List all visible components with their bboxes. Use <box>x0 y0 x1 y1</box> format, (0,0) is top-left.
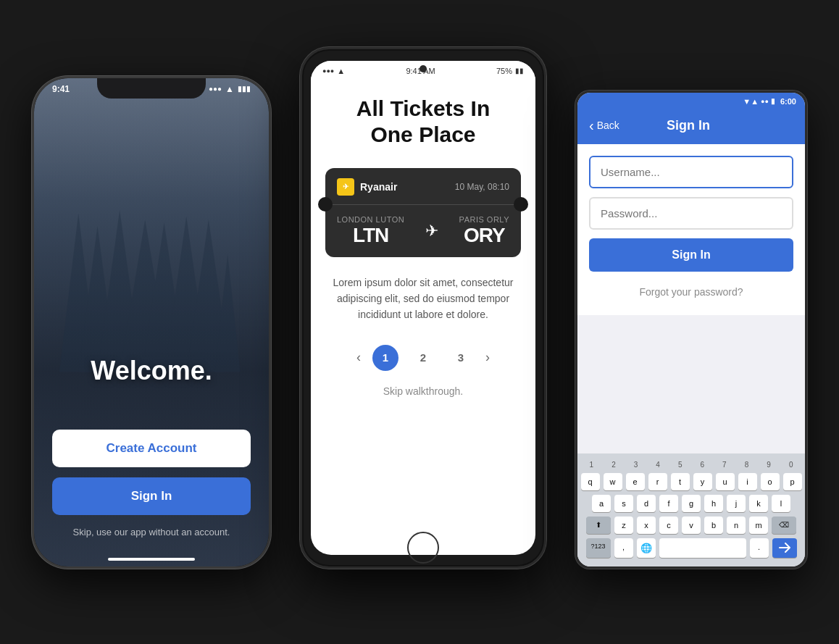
backspace-key[interactable]: ⌫ <box>772 517 796 534</box>
skip-text-phone1[interactable]: Skip, use our app without an account. <box>52 527 251 538</box>
key-p[interactable]: p <box>783 473 802 490</box>
signal-icon: ●●● <box>209 85 222 93</box>
create-account-button[interactable]: Create Account <box>52 430 251 467</box>
phone3-device: ▼▲ ●● ▮ 6:00 ‹ Back Sign In Sign I <box>575 91 807 569</box>
page-1-button[interactable]: 1 <box>372 345 398 371</box>
keyboard-row-bottom: ?123 , 🌐 . <box>580 538 802 558</box>
airline-logo: ✈ <box>337 178 354 196</box>
key-u[interactable]: u <box>716 473 735 490</box>
next-page-button[interactable]: › <box>485 350 490 365</box>
key-m[interactable]: m <box>749 517 768 534</box>
back-label: Back <box>597 120 619 131</box>
battery-icon-p3: ▮ <box>771 97 775 105</box>
home-button[interactable] <box>407 532 439 564</box>
key-t[interactable]: t <box>671 473 690 490</box>
home-indicator <box>108 558 195 561</box>
airline-info: ✈ Ryanair <box>337 178 397 196</box>
number-row: 1 2 3 4 5 6 7 8 9 0 <box>580 459 802 470</box>
phone3-app-header: ‹ Back Sign In <box>577 110 805 144</box>
forgot-password-link[interactable]: Forgot your password? <box>589 280 793 304</box>
wifi-icon-p2: ▲ <box>337 67 345 75</box>
keyboard-row-2: a s d f g h j k l <box>580 495 802 512</box>
battery-icon-p2: ▮▮ <box>515 67 524 75</box>
battery-icon: ▮▮▮ <box>238 85 251 93</box>
page-2-button[interactable]: 2 <box>410 345 436 371</box>
comma-key[interactable]: , <box>614 538 633 558</box>
key-c[interactable]: c <box>659 517 678 534</box>
skip-walkthrough[interactable]: Skip walkthrough. <box>325 385 521 397</box>
period-key[interactable]: . <box>750 538 769 558</box>
key-r[interactable]: r <box>648 473 667 490</box>
phone2-battery-area: 75% ▮▮ <box>496 67 524 75</box>
phones-container: 9:41 ●●● ▲ ▮▮▮ Welcome. Create Account S… <box>10 54 829 590</box>
pagination: ‹ 1 2 3 › <box>325 345 521 371</box>
ticket-divider <box>325 204 521 205</box>
key-z[interactable]: z <box>614 517 633 534</box>
key-s[interactable]: s <box>614 495 633 512</box>
key-d[interactable]: d <box>637 495 656 512</box>
phone2-battery-pct: 75% <box>496 67 512 75</box>
key-f[interactable]: f <box>659 495 678 512</box>
ticket-route: LONDON LUTON LTN ✈ PARIS ORLY ORY <box>337 215 509 247</box>
prev-page-button[interactable]: ‹ <box>356 350 361 365</box>
key-a[interactable]: a <box>592 495 611 512</box>
keyboard-row-1: q w e r t y u i o p <box>580 473 802 490</box>
signal-icon-p3: ●● <box>761 98 769 105</box>
sign-in-form: Sign In Forgot your password? <box>577 144 805 315</box>
globe-key[interactable]: 🌐 <box>637 538 656 558</box>
password-input[interactable] <box>589 197 793 230</box>
key-v[interactable]: v <box>682 517 701 534</box>
time-p3: 6:00 <box>780 97 796 106</box>
phone1-device: 9:41 ●●● ▲ ▮▮▮ Welcome. Create Account S… <box>32 76 271 569</box>
phone3-status-icons: ▼▲ ●● ▮ 6:00 <box>743 97 796 106</box>
key-j[interactable]: j <box>727 495 746 512</box>
phone2-screen: ●●● ▲ 9:41 AM 75% ▮▮ All Tickets In One … <box>311 61 535 555</box>
wifi-icon: ▲ <box>225 84 234 94</box>
key-q[interactable]: q <box>581 473 600 490</box>
virtual-keyboard: 1 2 3 4 5 6 7 8 9 0 q w e r t <box>577 453 805 566</box>
origin-city: LONDON LUTON LTN <box>337 215 404 247</box>
key-h[interactable]: h <box>704 495 723 512</box>
key-b[interactable]: b <box>704 517 723 534</box>
shift-key[interactable]: ⬆ <box>586 517 611 534</box>
sign-in-button-phone3[interactable]: Sign In <box>589 238 793 272</box>
key-n[interactable]: n <box>727 517 746 534</box>
key-i[interactable]: i <box>738 473 757 490</box>
signal-bars: ●●● <box>322 67 334 75</box>
welcome-text: Welcome. <box>52 356 251 386</box>
back-chevron-icon: ‹ <box>589 117 594 134</box>
sign-in-title: Sign In <box>667 118 710 133</box>
phone1-status-bar: 9:41 ●●● ▲ ▮▮▮ <box>34 84 269 94</box>
key-l[interactable]: l <box>772 495 790 512</box>
plane-icon: ✈ <box>425 222 438 241</box>
key-x[interactable]: x <box>637 517 656 534</box>
page-3-button[interactable]: 3 <box>448 345 474 371</box>
phone2-device: ●●● ▲ 9:41 AM 75% ▮▮ All Tickets In One … <box>300 47 546 569</box>
back-button[interactable]: ‹ Back <box>589 117 619 134</box>
phone1-time: 9:41 <box>52 84 70 94</box>
ticket-date: 10 May, 08:10 <box>455 182 509 192</box>
wifi-icon-p3: ▼▲ <box>743 97 759 106</box>
send-key[interactable] <box>772 538 797 558</box>
key-g[interactable]: g <box>682 495 701 512</box>
phone1-content: Welcome. Create Account Sign In Skip, us… <box>34 334 269 566</box>
key-y[interactable]: y <box>693 473 712 490</box>
ticket-card: ✈ Ryanair 10 May, 08:10 LONDON LUTON LTN… <box>325 168 521 257</box>
phone2-status-left: ●●● ▲ <box>322 67 345 75</box>
key-o[interactable]: o <box>761 473 780 490</box>
key-w[interactable]: w <box>604 473 622 490</box>
space-key[interactable] <box>659 538 746 558</box>
sign-in-button-phone1[interactable]: Sign In <box>52 477 251 515</box>
keyboard-row-3: ⬆ z x c v b n m ⌫ <box>580 517 802 534</box>
key-e[interactable]: e <box>626 473 645 490</box>
phone3-status-bar: ▼▲ ●● ▮ 6:00 <box>577 93 805 110</box>
username-input[interactable] <box>589 156 793 188</box>
ticket-header: ✈ Ryanair 10 May, 08:10 <box>337 178 509 196</box>
walkthrough-body: Lorem ipsum dolor sit amet, consectetur … <box>325 275 521 323</box>
airline-name: Ryanair <box>360 181 397 193</box>
numbers-switch-key[interactable]: ?123 <box>586 538 611 558</box>
key-k[interactable]: k <box>749 495 768 512</box>
phone3-screen: ▼▲ ●● ▮ 6:00 ‹ Back Sign In Sign I <box>577 93 805 566</box>
front-camera <box>420 65 427 72</box>
destination-city: PARIS ORLY ORY <box>459 215 509 247</box>
